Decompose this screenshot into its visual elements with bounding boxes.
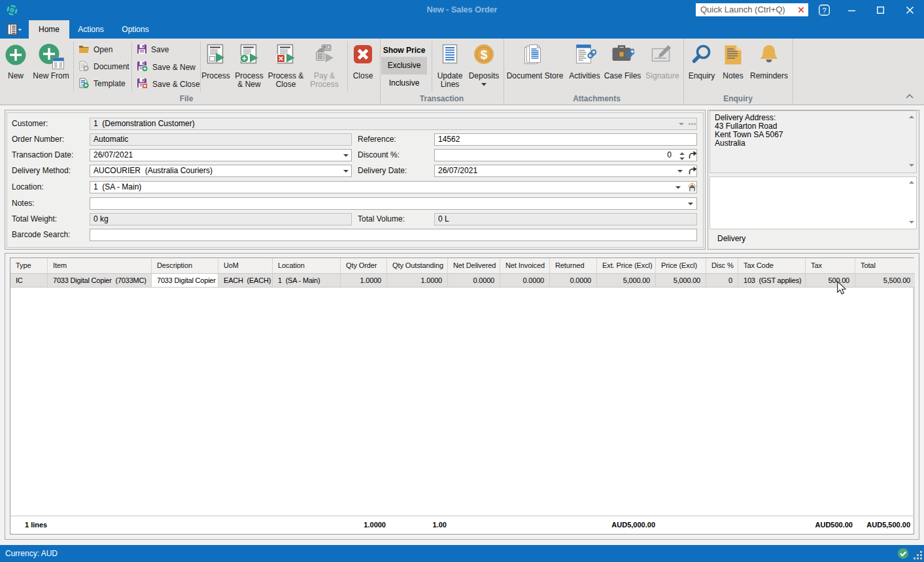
svg-text:$: $ xyxy=(481,48,488,61)
svg-text:?: ? xyxy=(822,7,826,14)
